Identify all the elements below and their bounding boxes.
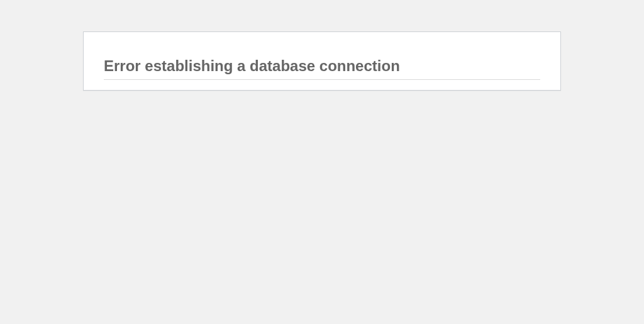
error-page-container: Error establishing a database connection [83,31,561,91]
error-title: Error establishing a database connection [104,57,540,80]
